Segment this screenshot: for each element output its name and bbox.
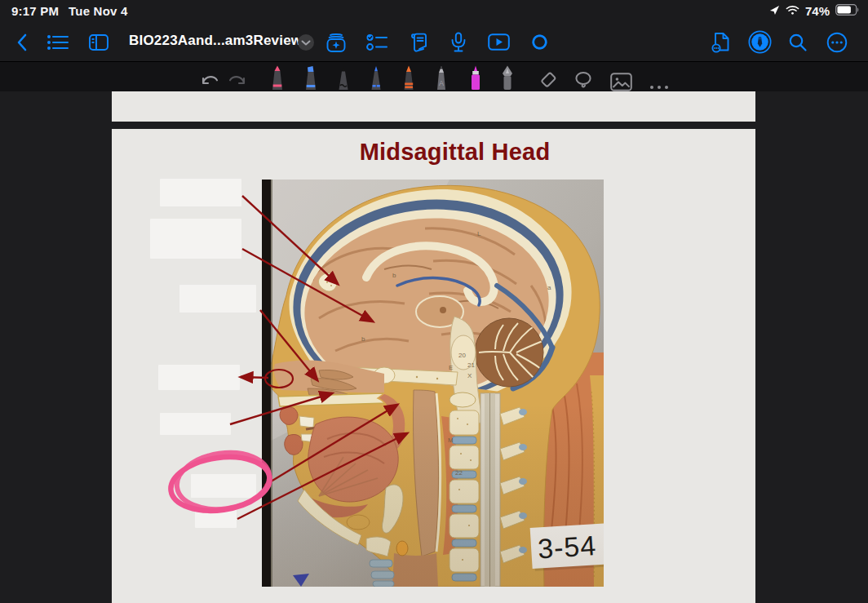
more-tools-icon[interactable]: [644, 61, 674, 91]
wifi-icon: [786, 4, 799, 18]
eraser-icon[interactable]: [534, 61, 563, 91]
redo-icon[interactable]: [223, 61, 252, 91]
black-pen-tool[interactable]: [329, 61, 358, 91]
checklist-button[interactable]: [359, 23, 395, 61]
add-page-template-button[interactable]: [318, 23, 354, 61]
table-of-contents-button[interactable]: [40, 23, 76, 61]
ai-assistant-button[interactable]: [521, 23, 557, 61]
ink-highlight-circle[interactable]: [167, 451, 273, 517]
lasso-icon[interactable]: [569, 61, 598, 91]
midsagittal-head-photo[interactable]: 3-54 LabbE2021XM22: [262, 180, 604, 587]
document-title[interactable]: BIO223Aand...am3Review: [129, 33, 302, 49]
label-box[interactable]: [150, 219, 241, 259]
undo-icon[interactable]: [195, 61, 224, 91]
label-box[interactable]: [195, 508, 237, 528]
magenta-paint-pen-tool[interactable]: [461, 61, 490, 91]
microphone-button[interactable]: [441, 23, 476, 61]
label-box[interactable]: [160, 413, 231, 435]
label-box[interactable]: [179, 285, 256, 313]
svg-text:A: A: [439, 79, 444, 87]
export-document-button[interactable]: [703, 23, 739, 61]
page-sidebar-button[interactable]: [81, 23, 117, 61]
page-title: Midsagittal Head: [112, 139, 755, 166]
document-page: Midsagittal Head: [112, 129, 755, 603]
status-bar: 9:17 PM Tue Nov 4 74%: [0, 0, 868, 23]
more-options-button[interactable]: [819, 23, 855, 61]
label-box[interactable]: [160, 179, 241, 206]
gray-pencil-a-tool[interactable]: A: [427, 61, 456, 91]
status-time: 9:17 PM: [11, 4, 59, 18]
back-button[interactable]: [4, 23, 40, 61]
battery-icon: [835, 4, 860, 18]
markup-pencil-active-button[interactable]: [742, 23, 777, 61]
search-button[interactable]: [780, 23, 816, 61]
blue-highlighter-tool[interactable]: [296, 61, 326, 91]
notes-scroll-button[interactable]: [401, 23, 436, 61]
video-play-button[interactable]: [480, 23, 516, 61]
location-icon: [769, 4, 780, 18]
previous-page-bottom: [112, 91, 755, 122]
document-canvas[interactable]: Midsagittal Head: [0, 91, 868, 603]
orange-marker-tool[interactable]: [394, 61, 423, 91]
status-date: Tue Nov 4: [69, 4, 127, 18]
battery-percent: 74%: [805, 4, 830, 18]
pink-marker-tool[interactable]: [263, 61, 292, 91]
gray-pen-tool[interactable]: [493, 61, 522, 91]
blue-pen-tool[interactable]: [361, 61, 391, 91]
label-box[interactable]: [158, 365, 240, 390]
insert-image-icon[interactable]: [606, 61, 636, 91]
ink-highlight-circle[interactable]: [173, 447, 272, 515]
label-box[interactable]: [191, 474, 256, 498]
